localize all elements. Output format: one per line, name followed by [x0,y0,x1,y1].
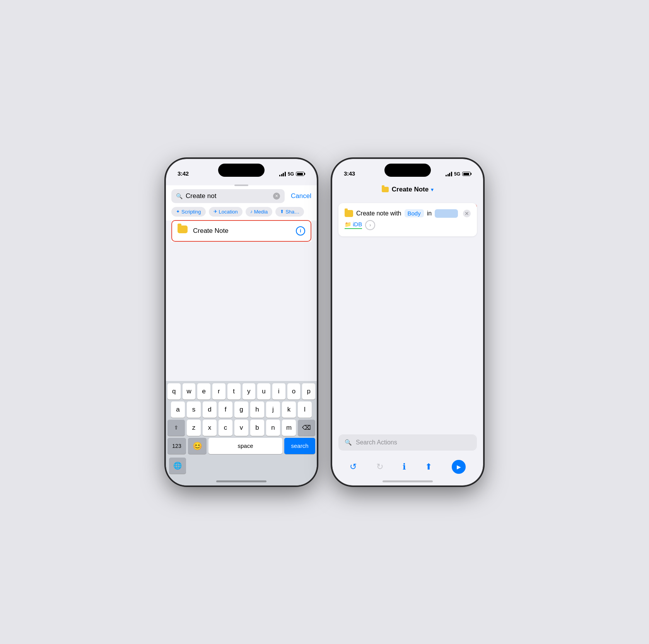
idb-folder-link[interactable]: 📁 iDB [345,221,362,229]
chip-location-label: Location [219,209,238,215]
signal-bars-1 [279,172,286,176]
bottom-toolbar: ↺ ↻ ℹ ⬆ ▶ [332,460,483,474]
search-bar-1[interactable]: 🔍 Create not ✕ [171,189,285,203]
search-actions-icon: 🔍 [345,439,352,446]
key-h[interactable]: h [250,401,264,418]
info-button-1[interactable]: i [296,226,305,236]
key-r[interactable]: r [212,383,225,400]
phone2-frame: 3:43 5G [332,159,483,485]
key-numbers[interactable]: 123 [167,438,186,454]
key-e[interactable]: e [197,383,210,400]
action-prefix: Create note with [356,210,401,217]
key-row-3: ⇧ z x c v b n m ⌫ [167,420,315,436]
key-i[interactable]: i [272,383,285,400]
key-emoji[interactable]: 😊 [188,438,207,454]
close-button[interactable]: ✕ [463,210,471,217]
key-search[interactable]: search [284,438,315,454]
info-icon[interactable]: ℹ [403,462,406,472]
media-icon: ♪ [250,209,253,214]
result-area-1: Create Note i [171,220,311,242]
key-row-2: a s d f g h j k l [167,401,315,418]
arrow-circle-button[interactable]: › [365,220,375,230]
clear-button-1[interactable]: ✕ [273,193,280,200]
nav-title: Create Note [392,186,429,193]
key-w[interactable]: w [183,383,196,400]
key-q[interactable]: q [167,383,181,400]
key-j[interactable]: j [266,401,280,418]
globe-row: 🌐 [167,456,315,474]
chip-share[interactable]: ⬆ Sha… [275,207,304,217]
action-card: Create note with Body in ✕ 📁 iDB › [338,203,477,236]
status-time-1: 3:42 [178,170,189,177]
search-actions-bar[interactable]: 🔍 Search Actions [338,434,477,451]
key-t[interactable]: t [227,383,241,400]
chip-media[interactable]: ♪ Media [246,207,272,217]
key-l[interactable]: l [298,401,312,418]
key-shift[interactable]: ⇧ [167,420,185,436]
result-label-1: Create Note [193,227,229,235]
key-delete[interactable]: ⌫ [298,420,315,436]
chip-scripting[interactable]: ✦ Scripting [171,207,206,217]
key-u[interactable]: u [257,383,270,400]
play-button[interactable]: ▶ [452,460,466,474]
phone1-frame: 3:42 5G [166,159,317,485]
undo-icon[interactable]: ↺ [350,462,357,472]
phone2: 3:43 5G [332,159,483,485]
location-chip[interactable] [435,209,458,218]
key-d[interactable]: d [203,401,217,418]
home-indicator-2 [383,480,433,482]
key-b[interactable]: b [250,420,264,436]
key-k[interactable]: k [282,401,296,418]
battery-1 [296,172,305,176]
create-note-result[interactable]: Create Note i [171,220,311,242]
chip-share-label: Sha… [285,209,299,215]
share-icon[interactable]: ⬆ [425,462,432,472]
phone2-screen: 3:43 5G [332,159,483,485]
search-container-1: 🔍 Create not ✕ Cancel ✦ Scripting ✈ Loca… [166,185,317,220]
key-m[interactable]: m [282,420,296,436]
signal-type-2: 5G [454,171,460,177]
key-o[interactable]: o [287,383,301,400]
key-row-1: q w e r t y u i o p [167,383,315,400]
redo-icon[interactable]: ↻ [376,462,383,472]
key-p[interactable]: p [302,383,315,400]
key-x[interactable]: x [203,420,217,436]
key-v[interactable]: v [234,420,248,436]
signal-bars-2 [446,172,452,176]
search-input-1[interactable]: Create not [186,192,270,200]
key-z[interactable]: z [187,420,201,436]
share-icon: ⬆ [280,209,284,214]
action-card-line1: Create note with Body in ✕ [345,209,471,218]
status-time-2: 3:43 [344,170,355,177]
pull-handle-1 [234,184,248,186]
nav-bar-2: Create Note ▾ Done [332,180,483,199]
nav-note-icon [382,187,389,192]
battery-2 [462,172,471,176]
chip-scripting-label: Scripting [181,209,201,215]
arrow-icon: › [369,222,371,228]
key-n[interactable]: n [266,420,280,436]
action-in-text: in [427,210,432,217]
body-chip[interactable]: Body [405,209,424,217]
keyboard-1[interactable]: q w e r t y u i o p a s d f g [166,381,317,485]
home-indicator-1 [216,480,266,482]
key-space[interactable]: space [208,438,282,454]
key-y[interactable]: y [243,383,256,400]
dynamic-island-2 [384,164,431,177]
folder-icon: 📁 [345,221,351,227]
action-note-icon [345,210,353,217]
idb-label: iDB [353,221,362,227]
key-s[interactable]: s [187,401,201,418]
key-c[interactable]: c [219,420,232,436]
chip-location[interactable]: ✈ Location [209,207,243,217]
nav-chevron-icon[interactable]: ▾ [431,186,434,193]
key-globe[interactable]: 🌐 [169,458,186,474]
key-g[interactable]: g [234,401,248,418]
search-icon-1: 🔍 [176,193,183,199]
cancel-button-1[interactable]: Cancel [291,192,311,200]
note-folder-icon [178,225,188,236]
dynamic-island-1 [218,164,265,177]
search-actions-label: Search Actions [356,439,397,446]
key-f[interactable]: f [219,401,232,418]
key-a[interactable]: a [171,401,185,418]
